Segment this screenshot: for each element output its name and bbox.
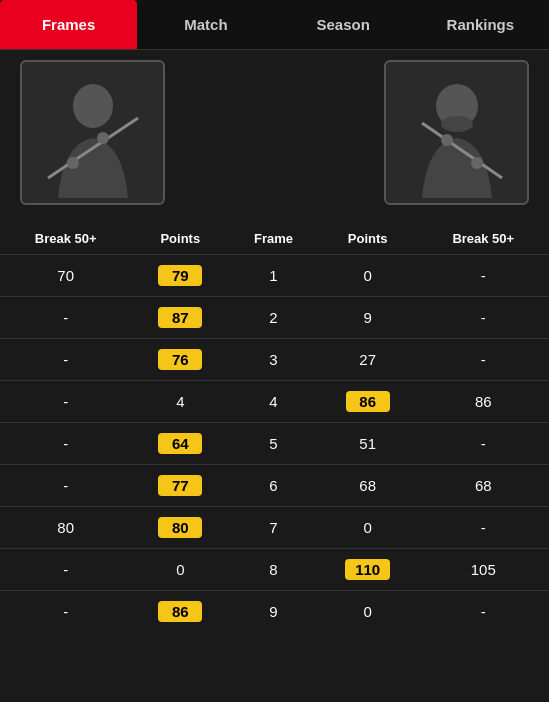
left-break-cell: 70 bbox=[0, 255, 131, 297]
svg-point-3 bbox=[67, 157, 79, 169]
left-points-badge: 64 bbox=[158, 433, 202, 454]
table-row: -7766868 bbox=[0, 465, 549, 507]
left-break-cell: 80 bbox=[0, 507, 131, 549]
left-points-cell: 0 bbox=[131, 549, 229, 591]
table-header-row: Break 50+ Points Frame Points Break 50+ bbox=[0, 223, 549, 255]
left-break-cell: - bbox=[0, 381, 131, 423]
tab-bar: Frames Match Season Rankings bbox=[0, 0, 549, 50]
table-row: 808070- bbox=[0, 507, 549, 549]
right-points-cell: 27 bbox=[318, 339, 418, 381]
frame-cell: 6 bbox=[229, 465, 318, 507]
left-points-cell: 86 bbox=[131, 591, 229, 633]
svg-point-10 bbox=[441, 134, 453, 146]
frame-cell: 7 bbox=[229, 507, 318, 549]
right-break-cell: - bbox=[418, 297, 549, 339]
table-row: -448686 bbox=[0, 381, 549, 423]
right-points-cell: 0 bbox=[318, 507, 418, 549]
col-left-break: Break 50+ bbox=[0, 223, 131, 255]
right-player-image bbox=[392, 68, 522, 198]
left-break-cell: - bbox=[0, 297, 131, 339]
table-row: -64551- bbox=[0, 423, 549, 465]
table-row: 707910- bbox=[0, 255, 549, 297]
tab-match[interactable]: Match bbox=[137, 0, 274, 49]
left-points-badge: 87 bbox=[158, 307, 202, 328]
right-points-cell: 110 bbox=[318, 549, 418, 591]
left-points-badge: 79 bbox=[158, 265, 202, 286]
table-row: -8690- bbox=[0, 591, 549, 633]
col-left-points: Points bbox=[131, 223, 229, 255]
right-points-cell: 0 bbox=[318, 591, 418, 633]
table-row: -8729- bbox=[0, 297, 549, 339]
left-break-cell: - bbox=[0, 465, 131, 507]
left-break-cell: - bbox=[0, 339, 131, 381]
right-break-cell: 68 bbox=[418, 465, 549, 507]
right-break-cell: - bbox=[418, 591, 549, 633]
right-break-cell: - bbox=[418, 507, 549, 549]
left-player-card bbox=[20, 60, 165, 205]
frame-cell: 8 bbox=[229, 549, 318, 591]
frame-cell: 2 bbox=[229, 297, 318, 339]
left-break-cell: - bbox=[0, 549, 131, 591]
left-points-cell: 87 bbox=[131, 297, 229, 339]
left-player-image bbox=[28, 68, 158, 198]
left-points-badge: 77 bbox=[158, 475, 202, 496]
left-points-cell: 64 bbox=[131, 423, 229, 465]
svg-point-4 bbox=[97, 132, 109, 144]
left-points-cell: 79 bbox=[131, 255, 229, 297]
col-right-points: Points bbox=[318, 223, 418, 255]
svg-point-7 bbox=[441, 116, 473, 132]
right-break-cell: - bbox=[418, 255, 549, 297]
right-points-cell: 68 bbox=[318, 465, 418, 507]
right-points-cell: 9 bbox=[318, 297, 418, 339]
frame-cell: 4 bbox=[229, 381, 318, 423]
right-points-badge: 86 bbox=[346, 391, 390, 412]
frame-cell: 5 bbox=[229, 423, 318, 465]
right-points-badge: 110 bbox=[345, 559, 390, 580]
right-break-cell: 86 bbox=[418, 381, 549, 423]
right-points-cell: 86 bbox=[318, 381, 418, 423]
svg-point-9 bbox=[471, 157, 483, 169]
left-points-cell: 76 bbox=[131, 339, 229, 381]
left-points-cell: 80 bbox=[131, 507, 229, 549]
left-points-badge: 86 bbox=[158, 601, 202, 622]
tab-season[interactable]: Season bbox=[275, 0, 412, 49]
players-row bbox=[0, 50, 549, 215]
left-points-badge: 80 bbox=[158, 517, 202, 538]
left-points-cell: 4 bbox=[131, 381, 229, 423]
left-break-cell: - bbox=[0, 591, 131, 633]
stats-table: Break 50+ Points Frame Points Break 50+ … bbox=[0, 223, 549, 632]
frame-cell: 3 bbox=[229, 339, 318, 381]
svg-point-1 bbox=[73, 84, 113, 128]
right-break-cell: - bbox=[418, 423, 549, 465]
table-row: -08110105 bbox=[0, 549, 549, 591]
frame-cell: 1 bbox=[229, 255, 318, 297]
right-break-cell: - bbox=[418, 339, 549, 381]
frame-cell: 9 bbox=[229, 591, 318, 633]
table-row: -76327- bbox=[0, 339, 549, 381]
left-break-cell: - bbox=[0, 423, 131, 465]
col-frame: Frame bbox=[229, 223, 318, 255]
left-points-cell: 77 bbox=[131, 465, 229, 507]
col-right-break: Break 50+ bbox=[418, 223, 549, 255]
right-points-cell: 51 bbox=[318, 423, 418, 465]
right-player-card bbox=[384, 60, 529, 205]
right-break-cell: 105 bbox=[418, 549, 549, 591]
left-points-badge: 76 bbox=[158, 349, 202, 370]
tab-frames[interactable]: Frames bbox=[0, 0, 137, 49]
right-points-cell: 0 bbox=[318, 255, 418, 297]
tab-rankings[interactable]: Rankings bbox=[412, 0, 549, 49]
